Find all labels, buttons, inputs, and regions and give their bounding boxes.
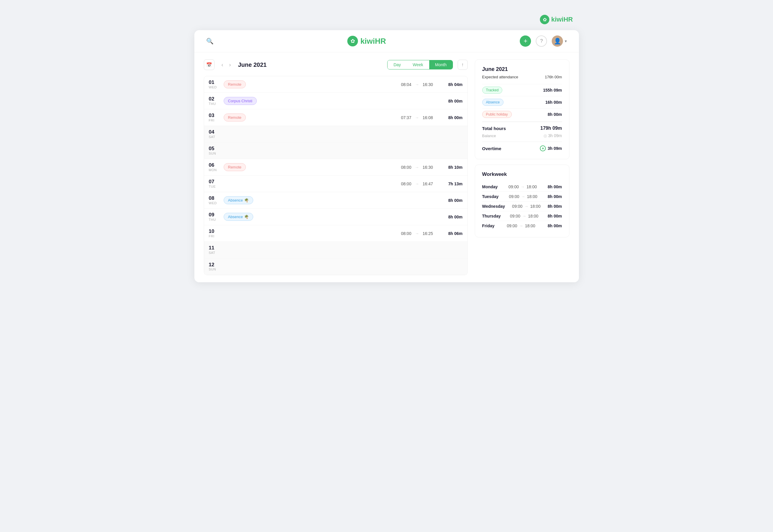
day-row: 02 THU Corpus Christi 8h 00m (204, 93, 467, 109)
help-button[interactable]: ? (536, 35, 547, 47)
day-name: FRI (209, 119, 215, 122)
calendar-section: 📅 ‹ › June 2021 Day Week Month ↑ 01 WED … (204, 59, 468, 275)
day-num-col: 04 SAT (209, 129, 224, 139)
day-badge-col: Absence 🌴 (224, 196, 268, 204)
day-total: 8h 00m (442, 215, 463, 219)
chevron-down-icon: ▾ (565, 39, 567, 43)
tracked-value: 155h 09m (543, 88, 562, 93)
workweek-times: 09:00 → 18:00 (510, 214, 538, 218)
day-name: FRI (209, 234, 215, 238)
workweek-times: 09:00 → 18:00 (508, 184, 537, 189)
workweek-title: Workweek (482, 171, 562, 177)
month-title: June 2021 (238, 61, 383, 68)
day-badge-col: Remote (224, 80, 268, 88)
holiday-value: 8h 00m (547, 112, 562, 117)
day-num-col: 12 SUN (209, 262, 224, 271)
day-total: 7h 13m (442, 181, 463, 186)
day-number: 01 (209, 80, 215, 85)
day-num-col: 11 SAT (209, 245, 224, 254)
day-number: 07 (209, 179, 215, 185)
day-number: 11 (209, 245, 215, 251)
day-badge-col: Absence 🌴 (224, 213, 268, 221)
day-total: 8h 10m (442, 165, 463, 170)
balance-row: Balance ◎ 3h 09m (482, 132, 562, 139)
avatar-wrapper[interactable]: 👤 ▾ (552, 35, 567, 47)
day-num-col: 06 MON (209, 163, 224, 172)
day-number: 02 (209, 96, 215, 102)
day-name: WED (209, 85, 217, 89)
day-row: 11 SAT (204, 242, 467, 258)
holiday-row: Public holiday 8h 00m (482, 108, 562, 120)
day-name: TUE (209, 185, 216, 188)
main-content: 📅 ‹ › June 2021 Day Week Month ↑ 01 WED … (195, 52, 579, 282)
absence-row: Absence 16h 00m (482, 96, 562, 108)
workweek-day: Wednesday (482, 204, 505, 209)
day-number: 08 (209, 196, 215, 201)
balance-value: ◎ 3h 09m (543, 133, 562, 138)
tracked-badge: Tracked (482, 87, 503, 94)
header-search-icon[interactable]: 🔍 (206, 38, 214, 45)
next-month-button[interactable]: › (227, 61, 234, 69)
header-logo: ✿ kiwiHR (347, 36, 386, 46)
workweek-row: Tuesday 09:00 → 18:00 8h 00m (482, 192, 562, 201)
day-number: 03 (209, 113, 215, 119)
overtime-value: + 3h 09m (540, 145, 562, 151)
workweek-total: 8h 00m (547, 194, 562, 199)
expected-row: Expected attendance 176h 00m (482, 75, 562, 79)
day-name: WED (209, 201, 217, 205)
day-total: 8h 00m (442, 198, 463, 203)
day-name: THU (209, 102, 216, 106)
day-number: 04 (209, 129, 215, 135)
day-total: 8h 04m (442, 82, 463, 87)
tab-week[interactable]: Week (407, 60, 429, 69)
workweek-row: Friday 09:00 → 18:00 8h 00m (482, 221, 562, 231)
day-badge-col: Remote (224, 113, 268, 121)
workweek-total: 8h 00m (547, 214, 562, 218)
day-badge-col: Remote (224, 163, 268, 171)
day-total: 8h 00m (442, 99, 463, 103)
workweek-row: Wednesday 09:00 → 18:00 8h 00m (482, 201, 562, 211)
day-number: 09 (209, 212, 215, 218)
day-times: 08:00 → 16:30 (268, 165, 433, 170)
tab-month[interactable]: Month (429, 60, 453, 69)
day-times: 08:04 → 16:30 (268, 82, 433, 87)
day-num-col: 09 THU (209, 212, 224, 221)
workweek-day: Monday (482, 184, 498, 189)
day-badge: Absence 🌴 (224, 196, 253, 204)
total-row: Total hours 179h 09m (482, 121, 562, 132)
workweek-times: 09:00 → 18:00 (509, 194, 537, 199)
day-times: 08:00 → 16:25 (268, 231, 433, 236)
day-times: 08:00 → 16:47 (268, 181, 433, 186)
day-row: 04 SAT (204, 126, 467, 142)
workweek-day: Friday (482, 223, 495, 228)
absence-badge: Absence (482, 99, 504, 106)
day-number: 05 (209, 146, 215, 152)
workweek-row: Thursday 09:00 → 18:00 8h 00m (482, 211, 562, 221)
logo-text: kiwiHR (360, 37, 386, 46)
view-tabs: Day Week Month (387, 60, 453, 69)
kiwi-logo-icon: ✿ (347, 36, 358, 46)
day-total: 8h 00m (442, 115, 463, 120)
holiday-badge: Public holiday (482, 111, 512, 118)
day-number: 12 (209, 262, 215, 268)
workweek-rows: Monday 09:00 → 18:00 8h 00m Tuesday 09:0… (482, 182, 562, 231)
day-row: 06 MON Remote 08:00 → 16:30 8h 10m (204, 159, 467, 176)
day-total: 8h 06m (442, 231, 463, 236)
day-name: SUN (209, 267, 216, 271)
calendar-icon-button[interactable]: 📅 (204, 59, 215, 70)
prev-month-button[interactable]: ‹ (219, 61, 226, 69)
app-header: 🔍 ✿ kiwiHR + ? 👤 ▾ (195, 30, 579, 52)
overtime-row: Overtime + 3h 09m (482, 142, 562, 153)
workweek-day: Thursday (482, 214, 501, 218)
workweek-row: Monday 09:00 → 18:00 8h 00m (482, 182, 562, 192)
day-name: SUN (209, 152, 216, 155)
add-button[interactable]: + (520, 35, 531, 47)
day-badge: Remote (224, 163, 246, 171)
day-badge: Corpus Christi (224, 97, 257, 105)
export-button[interactable]: ↑ (458, 60, 468, 70)
workweek-times: 09:00 → 18:00 (507, 223, 535, 228)
day-row: 07 TUE 08:00 → 16:47 7h 13m (204, 176, 467, 192)
workweek-total: 8h 00m (547, 184, 562, 189)
day-num-col: 10 FRI (209, 229, 224, 238)
tab-day[interactable]: Day (388, 60, 407, 69)
